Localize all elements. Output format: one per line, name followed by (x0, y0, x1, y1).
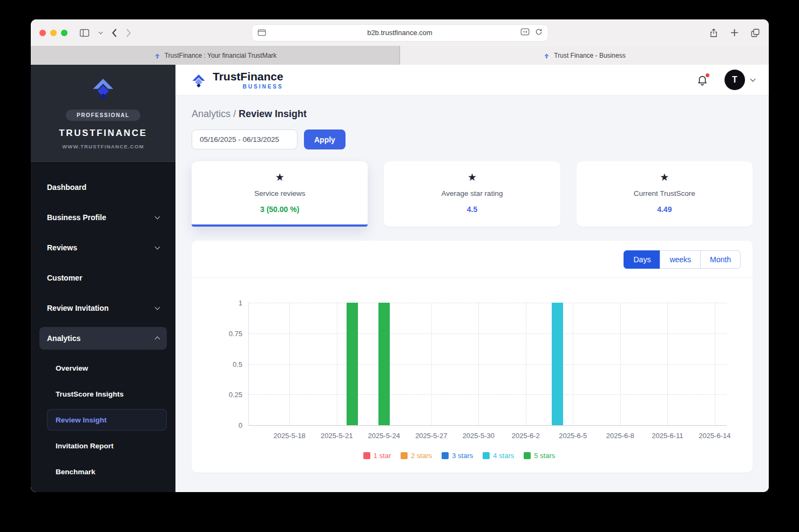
stat-card-value: 3 (50.00 %) (192, 205, 368, 214)
x-axis-tick-label: 2025-5-30 (463, 432, 495, 440)
sidebar-subitem-invitation-report[interactable]: Invitation Report (47, 435, 167, 456)
new-tab-icon[interactable] (730, 29, 739, 37)
sidebar-subitem-label: Invitation Report (56, 442, 113, 450)
sidebar-subitem-benchmark[interactable]: Benchmark (47, 461, 167, 482)
y-axis-tick-label: 1 (239, 299, 242, 307)
legend-swatch-icon (401, 452, 408, 459)
x-axis-tick-label: 2025-6-14 (699, 432, 730, 440)
browser-toolbar: b2b.trustfinance.com (31, 19, 769, 46)
account-menu-button[interactable]: T (724, 70, 755, 90)
tab-strip: TrustFinance : Your financial TrustMark … (31, 46, 769, 65)
stat-card-title: Current TrustScore (577, 189, 753, 197)
page-content: Analytics / Review Insight Apply ★ Servi… (175, 96, 769, 492)
sidebar-subitem-trustscore-insights[interactable]: TrustScore Insights (47, 383, 167, 405)
browser-tab-trustfinance[interactable]: TrustFinance : Your financial TrustMark (31, 46, 400, 65)
stat-card-value: 4.49 (577, 205, 753, 214)
close-window-button[interactable] (39, 30, 46, 36)
x-axis-tick-label: 2025-6-11 (652, 432, 683, 440)
legend-label: 5 stars (534, 452, 555, 460)
sidebar-subitem-review-insight[interactable]: Review Insight (47, 409, 167, 431)
toggle-month-button[interactable]: Month (700, 250, 741, 269)
sidebar-header: PROFESSIONAL TRUSTFINANCE WWW.TRUSTFINAN… (31, 65, 175, 162)
tab-title: TrustFinance : Your financial TrustMark (165, 52, 277, 59)
app-header: TrustFinance BUSINESS T (175, 65, 769, 96)
tab-title: Trust Finance - Business (554, 52, 625, 59)
apply-button[interactable]: Apply (304, 129, 346, 149)
chart-area: 10.750.50.2502025-5-182025-5-212025-5-24… (192, 278, 753, 460)
x-axis-tick-label: 2025-5-18 (274, 432, 306, 440)
stat-card-average-star-rating[interactable]: ★ Average star rating 4.5 (384, 161, 560, 227)
chevron-down-icon (155, 244, 160, 250)
app-logo[interactable]: TrustFinance BUSINESS (189, 71, 283, 90)
sidebar-subitem-label: Review Insight (56, 416, 107, 424)
stat-card-service-reviews[interactable]: ★ Service reviews 3 (50.00 %) (192, 161, 368, 227)
sidebar-subitem-label: Benchmark (56, 468, 96, 476)
window-controls (39, 30, 67, 36)
legend-item[interactable]: 4 stars (483, 452, 514, 460)
legend-item[interactable]: 1 star (363, 452, 391, 460)
avatar: T (724, 70, 745, 90)
gridline-vertical (289, 303, 290, 425)
stat-card-current-trustscore[interactable]: ★ Current TrustScore 4.49 (577, 161, 753, 227)
privacy-badge-icon[interactable] (520, 28, 530, 38)
browser-tab-business[interactable]: Trust Finance - Business (400, 46, 769, 65)
tab-favicon-icon (543, 52, 550, 59)
sidebar-chevron-down-icon[interactable] (98, 31, 103, 35)
browser-window: b2b.trustfinance.com (31, 19, 769, 492)
sidebar-item-label: Analytics (47, 334, 80, 343)
notifications-button[interactable] (696, 74, 708, 86)
analytics-submenu: Overview TrustScore Insights Review Insi… (39, 357, 167, 482)
active-card-indicator (192, 224, 368, 227)
legend-swatch-icon (483, 452, 490, 459)
chart-bar[interactable] (552, 303, 563, 425)
filter-row: Apply (192, 129, 753, 149)
legend-label: 3 stars (452, 452, 473, 460)
legend-item[interactable]: 3 stars (442, 452, 473, 460)
address-bar[interactable]: b2b.trustfinance.com (252, 25, 548, 41)
sidebar-item-dashboard[interactable]: Dashboard (39, 176, 167, 199)
stat-card-value: 4.5 (384, 205, 560, 214)
chart-bar[interactable] (378, 303, 390, 425)
trustfinance-logo-icon (89, 74, 118, 100)
minimize-window-button[interactable] (50, 30, 57, 36)
back-button[interactable] (112, 29, 117, 37)
sidebar-subitem-label: Overview (56, 364, 88, 372)
y-axis-tick-label: 0 (239, 421, 242, 429)
sidebar-subitem-overview[interactable]: Overview (47, 357, 167, 379)
x-axis-tick-label: 2025-6-8 (606, 432, 634, 440)
page-settings-icon[interactable] (258, 29, 266, 36)
sidebar: PROFESSIONAL TRUSTFINANCE WWW.TRUSTFINAN… (31, 65, 175, 492)
sidebar-toggle-icon[interactable] (79, 29, 90, 37)
app-brand-tagline: BUSINESS (213, 84, 283, 90)
url-text: b2b.trustfinance.com (252, 29, 548, 37)
chart-legend: 1 star2 stars3 stars4 stars5 stars (192, 452, 727, 460)
chart-bar[interactable] (347, 303, 358, 425)
x-axis-tick-label: 2025-6-2 (512, 432, 540, 440)
reload-icon[interactable] (535, 28, 543, 38)
breadcrumb-section[interactable]: Analytics (192, 108, 231, 119)
tab-favicon-icon (154, 52, 161, 59)
sidebar-item-business-profile[interactable]: Business Profile (39, 206, 167, 229)
toggle-days-button[interactable]: Days (624, 250, 660, 269)
forward-button[interactable] (126, 29, 131, 37)
y-axis-tick-label: 0.5 (233, 360, 242, 368)
tab-overview-icon[interactable] (750, 28, 760, 38)
share-icon[interactable] (709, 28, 719, 38)
toggle-weeks-button[interactable]: weeks (660, 250, 701, 269)
date-range-input[interactable] (192, 129, 297, 149)
sidebar-item-review-invitation[interactable]: Review Invitation (39, 297, 167, 319)
chart-card: Days weeks Month 10.750.50.2502025-5-182… (192, 241, 753, 473)
sidebar-item-customer[interactable]: Customer (39, 267, 167, 289)
sidebar-item-analytics[interactable]: Analytics (39, 327, 167, 350)
y-axis-tick-label: 0.75 (229, 329, 242, 337)
legend-item[interactable]: 5 stars (524, 452, 555, 460)
zoom-window-button[interactable] (61, 30, 67, 36)
breadcrumb: Analytics / Review Insight (192, 108, 753, 120)
legend-item[interactable]: 2 stars (401, 452, 432, 460)
stat-value: 4.5 (467, 205, 477, 214)
sidebar-item-label: Dashboard (47, 183, 86, 192)
sidebar-brand-website: WWW.TRUSTFINANCE.COM (31, 144, 175, 149)
legend-label: 2 stars (411, 452, 432, 460)
sidebar-item-reviews[interactable]: Reviews (39, 236, 167, 259)
legend-swatch-icon (524, 452, 531, 459)
